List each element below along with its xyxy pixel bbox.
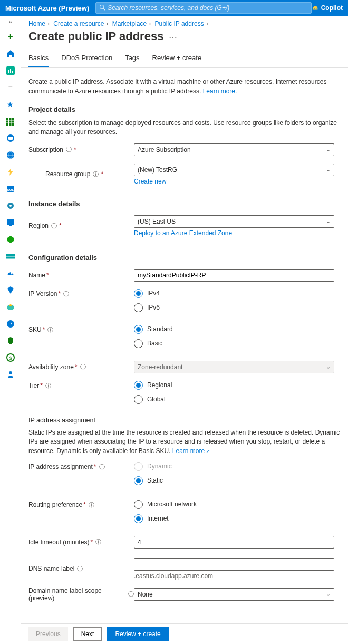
globe-icon[interactable] <box>5 150 16 160</box>
name-input[interactable] <box>134 269 334 282</box>
tabs: Basics DDoS Protection Tags Review + cre… <box>21 49 348 68</box>
breadcrumb: Home› Create a resource› Marketplace› Pu… <box>21 16 348 28</box>
svg-rect-12 <box>9 120 12 122</box>
info-icon[interactable]: ⓘ <box>128 590 134 598</box>
network-icon[interactable] <box>5 268 16 278</box>
dns-input[interactable] <box>134 558 334 571</box>
svg-point-0 <box>100 5 104 9</box>
svg-rect-15 <box>9 123 12 126</box>
cosmos-icon[interactable] <box>5 200 16 211</box>
svg-rect-11 <box>6 120 8 122</box>
route-internet-radio[interactable]: Internet <box>134 514 341 523</box>
review-create-button[interactable]: Review + create <box>107 627 168 641</box>
security-icon[interactable] <box>5 335 16 346</box>
ipv6-radio[interactable]: IPv6 <box>134 303 341 312</box>
crumb-create[interactable]: Create a resource <box>53 20 104 27</box>
container-icon[interactable] <box>5 133 16 143</box>
apps-icon[interactable] <box>5 116 16 127</box>
tab-review[interactable]: Review + create <box>152 49 202 67</box>
external-link-icon: ↗ <box>206 448 210 454</box>
region-label: Region <box>28 222 49 229</box>
intro-learn-link[interactable]: Learn more. <box>203 88 237 95</box>
info-icon[interactable]: ⓘ <box>77 565 83 573</box>
extended-zone-link[interactable]: Deploy to an Azure Extended Zone <box>134 229 232 237</box>
home-icon[interactable] <box>5 49 16 59</box>
tab-basics[interactable]: Basics <box>28 49 49 67</box>
chevron-down-icon: ⌄ <box>326 363 331 370</box>
list-icon[interactable]: ≡ <box>5 82 16 93</box>
crumb-home[interactable]: Home <box>28 20 45 27</box>
info-icon[interactable]: ⓘ <box>51 222 57 230</box>
svg-text:SQL: SQL <box>7 188 14 191</box>
assign-heading: IP address assignment <box>28 417 341 424</box>
info-icon[interactable]: ⓘ <box>93 170 99 178</box>
tier-global-radio[interactable]: Global <box>134 395 341 404</box>
crumb-pip[interactable]: Public IP address <box>154 20 204 27</box>
info-icon[interactable]: ⓘ <box>66 146 72 153</box>
tab-tags[interactable]: Tags <box>125 49 139 67</box>
next-button[interactable]: Next <box>73 627 102 641</box>
project-desc: Select the subscription to manage deploy… <box>28 119 341 137</box>
footer-bar: Previous Next Review + create <box>21 623 348 644</box>
favorite-icon[interactable]: ★ <box>5 99 16 110</box>
left-rail: » + ≡ ★ SQL $ <box>0 16 21 644</box>
resource-group-select[interactable]: (New) TestRG⌄ <box>134 164 334 176</box>
svg-rect-7 <box>12 71 13 73</box>
info-icon[interactable]: ⓘ <box>80 363 86 371</box>
storage-icon[interactable] <box>5 251 16 262</box>
sku-standard-radio[interactable]: Standard <box>134 325 341 334</box>
tier-label: Tier <box>28 382 39 389</box>
info-icon[interactable]: ⓘ <box>95 538 101 546</box>
info-icon[interactable]: ⓘ <box>89 501 94 509</box>
svg-rect-29 <box>6 257 15 259</box>
idle-label: Idle timeout (minutes) <box>28 539 89 546</box>
subscription-select[interactable]: Azure Subscription⌄ <box>134 143 334 156</box>
monitor-icon[interactable] <box>5 302 16 312</box>
info-icon[interactable]: ⓘ <box>47 326 53 334</box>
tier-regional-radio[interactable]: Regional <box>134 381 341 390</box>
assign-static-radio[interactable]: Static <box>134 476 341 485</box>
search-icon <box>99 4 105 12</box>
assign-learn-link[interactable]: Learn more↗ <box>172 447 210 455</box>
chevron-down-icon: ⌄ <box>326 146 331 153</box>
svg-point-25 <box>9 205 12 207</box>
ipv4-radio[interactable]: IPv4 <box>134 289 341 298</box>
crumb-marketplace[interactable]: Marketplace <box>112 20 147 27</box>
sku-basic-radio[interactable]: Basic <box>134 339 341 348</box>
info-icon[interactable]: ⓘ <box>63 290 69 298</box>
create-new-link[interactable]: Create new <box>134 178 166 185</box>
region-select[interactable]: (US) East US⌄ <box>134 215 334 228</box>
svg-point-2 <box>314 8 315 9</box>
svg-rect-9 <box>9 118 12 120</box>
create-icon[interactable]: + <box>5 32 16 42</box>
dashboard-icon[interactable] <box>5 65 16 76</box>
svg-line-1 <box>103 8 105 10</box>
info-icon[interactable]: ⓘ <box>99 463 105 471</box>
svg-rect-27 <box>9 225 12 226</box>
info-icon[interactable]: ⓘ <box>45 382 51 390</box>
az-label: Availability zone <box>28 363 74 371</box>
global-search[interactable] <box>95 2 312 14</box>
more-icon[interactable]: ⋯ <box>169 32 177 42</box>
advisor-icon[interactable] <box>5 319 16 329</box>
expand-rail-icon[interactable]: » <box>5 18 16 25</box>
cost-icon[interactable]: $ <box>5 352 16 363</box>
scope-label: Domain name label scope (preview) <box>28 587 125 602</box>
aad-icon[interactable] <box>5 285 16 295</box>
sql-icon[interactable]: SQL <box>5 184 16 194</box>
function-icon[interactable] <box>5 167 16 177</box>
svg-text:$: $ <box>9 355 12 361</box>
tab-ddos[interactable]: DDoS Protection <box>61 49 112 67</box>
dns-label: DNS name label <box>28 565 74 572</box>
vm-icon[interactable] <box>5 217 16 228</box>
form-body: Create a public IP address. Associate it… <box>21 68 348 623</box>
route-microsoft-radio[interactable]: Microsoft network <box>134 500 341 509</box>
ipversion-label: IP Version <box>28 290 57 297</box>
svg-rect-16 <box>12 123 14 126</box>
loadbalancer-icon[interactable] <box>5 234 16 245</box>
scope-select[interactable]: None⌄ <box>134 588 334 601</box>
support-icon[interactable] <box>5 369 16 380</box>
copilot-button[interactable]: Copilot <box>312 4 343 12</box>
search-input[interactable] <box>108 4 308 12</box>
idle-input[interactable] <box>134 536 334 549</box>
